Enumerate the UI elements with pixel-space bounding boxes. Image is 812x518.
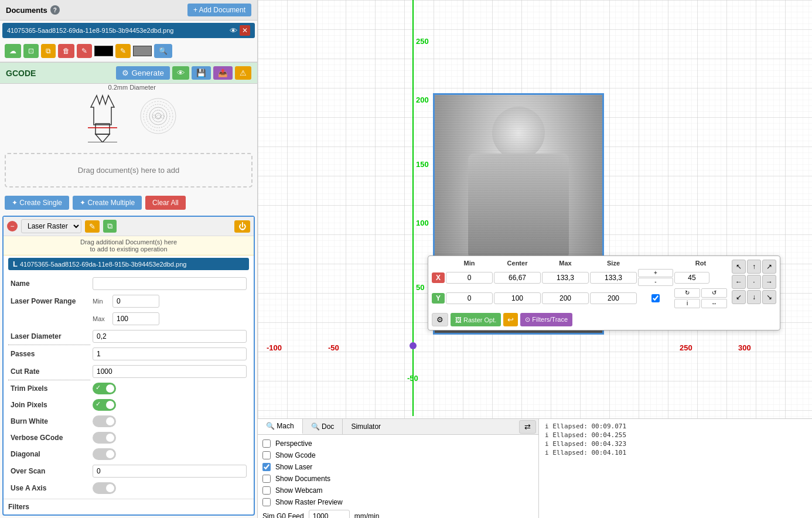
tool-btn-search[interactable]: 🔍 xyxy=(154,44,172,58)
arrow-dl-button[interactable]: ↙ xyxy=(732,290,746,304)
tool-btn-refresh[interactable]: ☁ xyxy=(5,44,21,58)
x-min-input[interactable] xyxy=(446,272,493,284)
tool-btn-grid[interactable]: ⊡ xyxy=(23,44,39,58)
x-minus-button[interactable]: - xyxy=(638,278,673,286)
trim-pixels-toggle-on[interactable]: ✓ xyxy=(93,383,116,394)
raster-opt-button[interactable]: 🖼 Raster Opt. xyxy=(451,313,501,326)
show-gcode-checkbox[interactable] xyxy=(262,451,271,459)
rot-info-button[interactable]: i xyxy=(674,299,700,308)
tool-btn-pencil[interactable]: ✎ xyxy=(115,44,131,58)
x-plus-button[interactable]: + xyxy=(638,269,673,277)
trim-pixels-checkmark: ✓ xyxy=(95,384,101,391)
tab-doc[interactable]: 🔍 Doc xyxy=(303,419,343,434)
file-eye-button[interactable]: 👁 xyxy=(230,26,237,35)
help-icon[interactable]: ? xyxy=(50,5,60,15)
op-collapse-button[interactable]: − xyxy=(7,221,18,231)
rot-cw-button[interactable]: ↻ xyxy=(674,288,700,298)
canvas-area[interactable]: 250 200 150 100 50 -50 -100 -50 250 300 … xyxy=(258,0,812,418)
op-edit-button[interactable]: ✎ xyxy=(85,220,100,233)
tool-btn-delete[interactable]: 🗑 xyxy=(58,44,74,58)
arrow-r-button[interactable]: → xyxy=(762,275,776,289)
drag-area[interactable]: Drag document(s) here to add xyxy=(5,153,253,188)
log-entry-4: i Ellapsed: 00:04.101 xyxy=(545,449,806,456)
pos-gear-button[interactable]: ⚙ xyxy=(432,313,448,326)
x-max-input[interactable] xyxy=(542,272,589,284)
arrow-l-button[interactable]: ← xyxy=(732,275,746,289)
arrow-center-button[interactable]: · xyxy=(747,275,761,289)
generate-button[interactable]: ⚙ Generate xyxy=(116,66,170,80)
drag-hint: Drag document(s) here to add xyxy=(78,166,179,175)
cut-rate-input[interactable] xyxy=(93,365,247,378)
show-webcam-label: Show Webcam xyxy=(275,486,322,495)
rot-input[interactable] xyxy=(674,272,709,284)
op-power-button[interactable]: ⏻ xyxy=(234,220,250,233)
gcode-export-button[interactable]: 📤 xyxy=(213,66,233,80)
arrow-dr-button[interactable]: ↘ xyxy=(762,290,776,304)
arrow-ur-button[interactable]: ↗ xyxy=(762,260,776,274)
filters-trace-button[interactable]: ⊙ Filters/Trace xyxy=(520,313,572,326)
sim-swap-button[interactable]: ⇄ xyxy=(519,420,536,434)
sim-g0-input[interactable] xyxy=(309,510,350,518)
gcode-save-button[interactable]: 💾 xyxy=(192,66,211,80)
passes-input[interactable] xyxy=(93,347,247,360)
burn-white-toggle-off[interactable]: ✕ xyxy=(93,415,116,427)
svg-text:100: 100 xyxy=(416,219,429,227)
show-documents-checkbox[interactable] xyxy=(262,475,271,483)
tab-simulator[interactable]: Simulator xyxy=(343,419,389,434)
svg-text:250: 250 xyxy=(680,343,692,352)
y-max-input[interactable] xyxy=(542,292,589,304)
arrow-ul-button[interactable]: ↖ xyxy=(732,260,746,274)
color-swatch-black[interactable] xyxy=(94,46,113,56)
join-pixels-toggle[interactable]: ✓ xyxy=(93,399,116,411)
rot-reset-button[interactable]: ↔ xyxy=(701,299,727,308)
x-center-input[interactable] xyxy=(494,272,541,284)
y-size-input[interactable] xyxy=(590,292,637,304)
name-input[interactable] xyxy=(93,277,247,290)
y-min-input[interactable] xyxy=(446,292,493,304)
undo-button[interactable]: ↩ xyxy=(503,313,518,326)
gcode-section: GCODE ⚙ Generate 👁 💾 📤 ⚠ xyxy=(0,62,257,84)
color-swatch-gray[interactable] xyxy=(133,46,152,56)
perspective-checkbox[interactable] xyxy=(262,439,271,448)
use-a-axis-toggle[interactable]: ✕ xyxy=(93,482,116,494)
tool-btn-edit[interactable]: ✎ xyxy=(77,44,92,58)
show-webcam-checkbox[interactable] xyxy=(262,486,271,495)
gcode-view-button[interactable]: 👁 xyxy=(172,66,189,80)
file-remove-button[interactable]: ✕ xyxy=(240,25,250,36)
verbose-gcode-toggle[interactable]: ✕ xyxy=(93,432,116,444)
operation-header: − Laser Raster ✎ ⧉ ⏻ xyxy=(4,217,254,236)
create-single-button[interactable]: ✦ Create Single xyxy=(5,196,69,210)
over-scan-input[interactable] xyxy=(93,465,247,478)
laser-diameter-input[interactable] xyxy=(93,330,247,343)
rot-ccw-button[interactable]: ↺ xyxy=(701,288,727,298)
max-input[interactable] xyxy=(112,312,159,325)
trim-pixels-toggle[interactable]: ✓ xyxy=(93,383,116,394)
clear-all-button[interactable]: Clear All xyxy=(145,196,186,210)
min-input[interactable] xyxy=(112,295,159,308)
arrow-d-button[interactable]: ↓ xyxy=(747,290,761,304)
op-copy-button[interactable]: ⧉ xyxy=(103,220,117,233)
use-a-axis-toggle-off[interactable]: ✕ xyxy=(93,482,116,494)
add-document-button[interactable]: + Add Document xyxy=(187,4,251,16)
verbose-gcode-toggle-off[interactable]: ✕ xyxy=(93,432,116,444)
pen-diagram-svg xyxy=(79,90,126,142)
x-size-input[interactable] xyxy=(590,272,637,284)
diagonal-toggle-off[interactable]: ✕ xyxy=(93,448,116,460)
create-multiple-button[interactable]: ✦ Create Multiple xyxy=(73,196,142,210)
lock-checkbox[interactable] xyxy=(651,294,660,302)
tab-mach[interactable]: 🔍 Mach xyxy=(258,419,303,434)
show-raster-preview-label: Show Raster Preview xyxy=(275,498,343,506)
show-raster-preview-checkbox[interactable] xyxy=(262,498,271,506)
show-laser-checkbox[interactable] xyxy=(262,463,271,471)
join-pixels-toggle-on[interactable]: ✓ xyxy=(93,399,116,411)
burn-white-toggle[interactable]: ✕ xyxy=(93,415,116,427)
gcode-warn-button[interactable]: ⚠ xyxy=(235,66,251,80)
y-center-input[interactable] xyxy=(494,292,541,304)
tool-btn-copy[interactable]: ⧉ xyxy=(41,44,56,58)
svg-marker-0 xyxy=(91,96,114,125)
arrow-u-button[interactable]: ↑ xyxy=(747,260,761,274)
diagonal-toggle[interactable]: ✕ xyxy=(93,448,116,460)
svg-text:-50: -50 xyxy=(407,374,418,383)
trim-pixels-label: Trim Pixels xyxy=(8,380,90,397)
op-type-select[interactable]: Laser Raster xyxy=(21,219,81,233)
